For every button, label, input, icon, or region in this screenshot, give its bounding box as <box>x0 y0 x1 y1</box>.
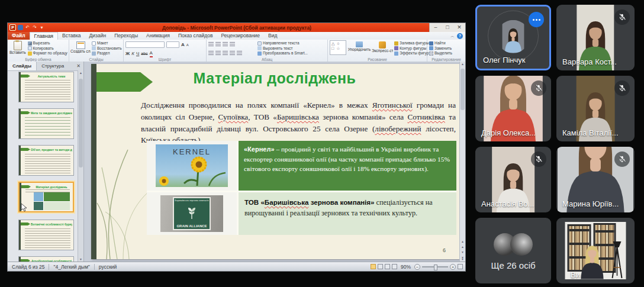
maximize-button[interactable]: □ <box>442 23 453 32</box>
undo-icon[interactable]: ↶ <box>25 25 30 30</box>
tab-view[interactable]: Вид <box>264 32 281 40</box>
zoom-in-icon[interactable]: + <box>450 264 456 270</box>
scroll-up-icon[interactable]: ▲ <box>78 70 83 76</box>
justify-icon[interactable] <box>230 50 235 55</box>
bullets-icon[interactable] <box>208 41 214 46</box>
shapes-gallery[interactable]: △ ○ □ ☆ <box>330 40 346 55</box>
participant-tile-varvara[interactable]: Варвара Кост... <box>556 5 635 70</box>
mic-off-icon <box>614 80 630 96</box>
panel-tab-outline[interactable]: Структура <box>37 62 69 70</box>
thumbnail-content <box>25 153 70 173</box>
tab-transitions[interactable]: Переходы <box>110 32 142 40</box>
slide-thumbnail-3[interactable]: 3 Актуальність теми <box>18 72 74 102</box>
slide-scrollbar[interactable]: ▲ ▲▲ ▼▼ ▼ <box>459 62 465 262</box>
select-button[interactable]: Выделить <box>429 51 452 56</box>
arrange-button[interactable]: Упорядочить <box>348 40 371 56</box>
language-indicator[interactable]: русский <box>95 264 121 270</box>
new-slide-button[interactable]: Создать слайд <box>71 40 90 56</box>
font-color-icon[interactable]: А <box>150 50 153 57</box>
participant-tile-anastasiia[interactable]: Анастасія Во... <box>475 147 551 212</box>
slide-canvas[interactable]: Матеріал досліджень Дослідження проводил… <box>91 64 461 259</box>
shape-fill-button[interactable]: Заливка фигуры <box>394 41 425 46</box>
format-painter-button[interactable]: Формат по образцу <box>28 51 67 56</box>
tab-slideshow[interactable]: Показ слайдов <box>174 32 217 40</box>
cut-button[interactable]: Вырезать <box>28 41 67 46</box>
align-text-button[interactable]: Выровнять текст <box>257 46 326 51</box>
window-titlebar[interactable]: P ↶ ↷ ▾ Доповідь - Microsoft PowerPoint … <box>8 23 465 32</box>
powerpoint-window: P ↶ ↷ ▾ Доповідь - Microsoft PowerPoint … <box>7 22 466 272</box>
align-right-icon[interactable] <box>223 50 228 55</box>
tab-review[interactable]: Рецензирование <box>217 32 264 40</box>
slide-thumbnail-7[interactable]: 7 Ботанічні особливості буркуна <box>18 220 74 250</box>
mouse-cursor <box>21 203 27 212</box>
slide-thumbnail-4[interactable]: 4 Мета та завдання дослідження <box>18 108 74 139</box>
next-slide-icon[interactable]: ▼▼ <box>460 250 465 255</box>
participant-tile-maryna[interactable]: Марина Юріїв... <box>556 147 635 212</box>
normal-view-icon[interactable] <box>371 264 376 269</box>
align-center-icon[interactable] <box>215 50 221 55</box>
line-spacing-icon[interactable] <box>230 41 235 46</box>
participant-tile-oleh[interactable]: Олег Пінчук <box>475 5 551 70</box>
strikethrough-icon[interactable]: abc <box>141 51 147 57</box>
slide-sorter-view-icon[interactable] <box>378 264 383 269</box>
tab-design[interactable]: Дизайн <box>85 32 111 40</box>
font-size-select[interactable] <box>166 41 179 48</box>
redo-icon[interactable]: ↷ <box>32 25 37 30</box>
ribbon-group-clipboard: Вставить Вырезать Копировать Формат по о… <box>8 40 69 62</box>
shrink-font-icon[interactable]: А <box>186 42 189 48</box>
mic-off-icon <box>614 151 630 167</box>
participant-name: Олег Пінчук <box>483 56 526 65</box>
reset-button[interactable]: Восстановить <box>92 46 122 51</box>
slideshow-view-icon[interactable] <box>392 264 397 269</box>
close-button[interactable]: ✕ <box>453 23 465 32</box>
participant-tile-kamila[interactable]: Каміла Віталії... <box>556 76 635 141</box>
reading-view-icon[interactable] <box>385 264 390 269</box>
columns-icon[interactable] <box>237 50 242 55</box>
align-left-icon[interactable] <box>208 50 214 55</box>
font-name-select[interactable] <box>125 41 165 48</box>
text-direction-button[interactable]: Направление текста <box>257 41 326 46</box>
zoom-out-icon[interactable]: − <box>414 264 420 270</box>
paste-button[interactable]: Вставить <box>9 40 26 56</box>
tab-home[interactable]: Главная <box>30 32 58 40</box>
copy-button[interactable]: Копировать <box>28 46 67 51</box>
smartart-button[interactable]: Преобразовать в Smart... <box>257 51 326 56</box>
layout-button[interactable]: Макет <box>92 41 122 46</box>
participant-tile-dariia[interactable]: Дарія Олекса... <box>475 76 551 141</box>
replace-button[interactable]: Заменить <box>429 46 452 51</box>
underline-icon[interactable]: Ч <box>136 51 139 57</box>
self-tile[interactable]: Ви <box>556 218 635 283</box>
tab-insert[interactable]: Вставка <box>58 32 85 40</box>
bold-icon[interactable]: Ж <box>125 51 130 57</box>
shape-outline-button[interactable]: Контур фигуры <box>394 46 425 51</box>
minimize-ribbon-icon[interactable]: ︿ <box>450 33 455 39</box>
slide-number: 6 <box>443 247 446 253</box>
help-icon[interactable]: ? <box>457 33 463 39</box>
numbering-icon[interactable] <box>215 41 221 46</box>
slide-title: Матеріал досліджень <box>144 70 405 87</box>
grow-font-icon[interactable]: А <box>181 42 185 48</box>
previous-slide-icon[interactable]: ▲▲ <box>460 239 465 244</box>
panel-close-icon[interactable]: ✕ <box>73 62 83 70</box>
copy-icon <box>28 46 32 50</box>
group-label: Буфер обмена <box>8 57 69 62</box>
minimize-button[interactable]: – <box>430 23 442 32</box>
find-button[interactable]: Найти <box>429 41 452 46</box>
more-options-button[interactable] <box>529 12 544 27</box>
scroll-up-icon[interactable]: ▲ <box>460 62 465 67</box>
italic-icon[interactable]: К <box>131 51 134 57</box>
tab-file[interactable]: Файл <box>8 32 30 40</box>
fit-to-window-icon[interactable] <box>458 264 463 269</box>
indent-icon[interactable] <box>223 41 228 46</box>
save-icon[interactable] <box>18 25 23 30</box>
qat-dropdown-icon[interactable]: ▾ <box>39 25 44 30</box>
tab-animations[interactable]: Анимация <box>142 32 174 40</box>
panel-tab-slides[interactable]: Слайды <box>8 62 37 70</box>
panel-scrollbar[interactable]: ▲ ▼ <box>78 70 83 262</box>
shape-effects-button[interactable]: Эффекты фигур <box>394 51 425 56</box>
quick-styles-button[interactable]: Экспресс-стили <box>372 40 392 56</box>
slide-thumbnail-5[interactable]: 5 Об'єкт, предмет та методи досліджень <box>18 145 74 176</box>
section-button[interactable]: Раздел <box>92 51 122 56</box>
overflow-tile[interactable]: Ще 26 осіб <box>475 218 551 283</box>
zoom-slider[interactable] <box>422 266 448 267</box>
